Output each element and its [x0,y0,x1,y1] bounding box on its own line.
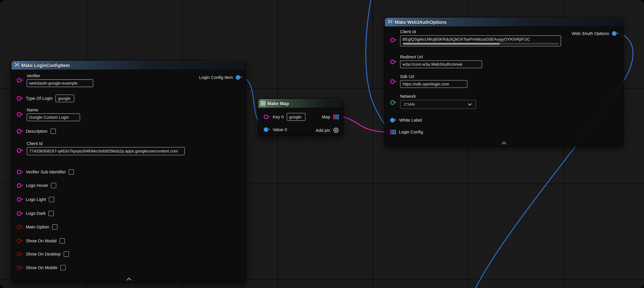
chevron-down-icon [468,103,472,106]
add-pin-button[interactable] [333,127,339,133]
pin-verifier-sub-identifier[interactable] [17,169,23,174]
pin-label: Redirect Url [400,54,423,59]
pin-label: Show On Modal [26,238,56,243]
pin-show-on-mobile[interactable] [17,265,23,270]
pin-label: Type Of Login [26,96,53,101]
description-input[interactable] [50,128,56,134]
pin-logo-dark[interactable] [17,211,23,215]
pin-label: Logo Hover [26,183,48,188]
pin-show-on-desktop[interactable] [17,252,23,256]
node-make-web3authoptions[interactable]: Make Web3AuthOptions Web 3Auth Options C… [384,17,624,146]
pin-label: Logo Dark [26,211,46,216]
node-title: Make Web3AuthOptions [395,20,446,25]
node-title: Make LoginConfigItem [21,63,70,68]
pin-logo-hover[interactable] [17,183,23,188]
pin-label: Client Id [400,29,416,34]
pin-label: Logo Light [26,197,46,202]
pin-login-config[interactable] [390,130,396,134]
pin-label: Login Config [399,129,423,134]
node-make-loginconfigitem[interactable]: Make LoginConfigItem Verifier web3auth-g… [11,61,246,282]
pin-label: Client Id [27,141,42,146]
pin-logo-light[interactable] [17,197,23,201]
pin-client-id[interactable] [17,148,23,153]
name-input[interactable]: Google Custom Login [27,113,80,121]
wire-map-to-loginconfig[interactable] [338,116,390,132]
pin-description[interactable] [17,129,23,133]
client-id-input[interactable]: BEglQSgt4cUWcj6SKRdu5QkOXTsePmMcusG5EAoy… [400,35,561,46]
network-dropdown[interactable]: CYAN [400,100,476,109]
collapse-chevron-icon[interactable] [126,277,132,280]
add-pin-label: Add pin [316,128,330,133]
logo-light-input[interactable] [49,196,54,202]
pin-sdk-url[interactable] [390,79,396,84]
type-of-login-input[interactable]: google [56,94,74,102]
pin-label: Description [26,129,48,134]
pin-white-label[interactable] [390,118,396,122]
show-on-mobile-checkbox[interactable] [60,265,66,270]
pin-name[interactable] [17,112,23,117]
client-id-scrollbar[interactable] [402,43,559,45]
collapse-chevron-icon[interactable] [501,141,507,145]
scrollbar-thumb[interactable] [403,43,500,45]
pin-label: Show On Mobile [26,265,58,270]
pin-label: Network [400,94,416,99]
output-pin-label: Map [322,114,330,119]
node-title: Make Map [267,101,289,106]
map-grid-icon [261,101,266,106]
network-selected-value: CYAN [404,102,415,106]
pin-login-config-item-out[interactable] [236,75,242,80]
pin-label: White Label [399,118,422,123]
sdk-url-input[interactable]: https://sdk.openlogin.com [400,80,468,88]
pin-map-out[interactable] [333,114,339,119]
pin-label: Sdk Url [400,74,414,79]
make-struct-icon [14,62,19,68]
pin-label: Name [27,107,38,112]
node-header-make-loginconfigitem[interactable]: Make LoginConfigItem [12,61,246,70]
pin-redirect-url[interactable] [390,60,396,64]
show-on-desktop-checkbox[interactable] [64,251,69,256]
logo-dark-input[interactable] [49,211,54,216]
main-option-checkbox[interactable] [52,224,58,229]
logo-hover-input[interactable] [51,183,56,188]
pin-label: Show On Desktop [26,251,61,256]
pin-client-id[interactable] [390,38,396,42]
make-struct-icon [387,19,393,25]
node-make-map[interactable]: Make Map Key 0 google Map Value 0 Add pi… [258,99,343,136]
pin-type-of-login[interactable] [17,96,23,101]
pin-label: Verifier Sub Identifier [26,169,66,174]
client-id-input[interactable]: 774338308167-q463s7kpvja16l4l0kko3nb925i… [27,147,185,155]
pin-network[interactable] [390,100,396,105]
verifier-sub-identifier-input[interactable] [69,169,74,174]
blueprint-canvas[interactable]: Make LoginConfigItem Verifier web3auth-g… [0,0,644,288]
show-on-modal-checkbox[interactable] [59,238,65,243]
pin-show-on-modal[interactable] [17,238,23,243]
pin-label: Main Option [26,224,49,229]
output-pin-label: Login Config Item [199,75,233,80]
redirect-url-input[interactable]: w3a://com.w3a.Web3AuthUnreal [400,61,482,68]
pin-main-option[interactable] [17,224,23,229]
blueprint-editor: Make LoginConfigItem Verifier web3auth-g… [0,0,644,288]
node-header-make-map[interactable]: Make Map [258,99,343,108]
node-header-make-web3authoptions[interactable]: Make Web3AuthOptions [385,18,623,27]
